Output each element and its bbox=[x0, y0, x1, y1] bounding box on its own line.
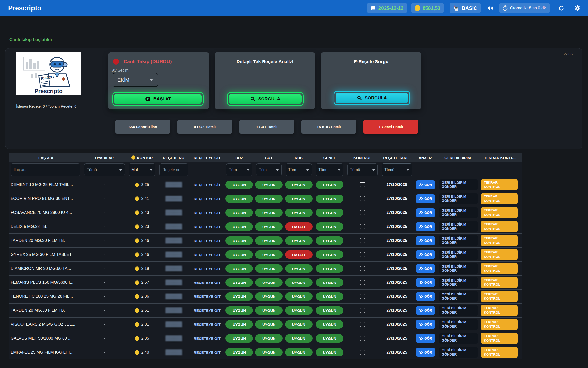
auto-timer-badge[interactable]: Otomatik: 8 sa 0 dk bbox=[499, 3, 550, 13]
row-checkbox[interactable] bbox=[360, 308, 365, 313]
settings-button[interactable] bbox=[574, 5, 581, 11]
view-analysis-button[interactable]: GÖR bbox=[416, 320, 435, 329]
recheck-button[interactable]: TEKRAR KONTROL bbox=[481, 193, 518, 204]
goto-recete-link[interactable]: REÇETEYE GİT bbox=[194, 336, 221, 341]
goto-recete-link[interactable]: REÇETEYE GİT bbox=[194, 197, 221, 201]
view-analysis-button[interactable]: GÖR bbox=[416, 264, 435, 273]
start-button[interactable]: BAŞLAT bbox=[112, 92, 204, 106]
month-select[interactable]: EKİM bbox=[113, 73, 158, 87]
uyarilar-filter[interactable]: Tümü bbox=[84, 163, 125, 176]
goto-recete-link[interactable]: REÇETEYE GİT bbox=[194, 211, 221, 215]
recheck-button[interactable]: TEKRAR KONTROL bbox=[481, 291, 518, 302]
recheck-button[interactable]: TEKRAR KONTROL bbox=[481, 263, 518, 274]
view-analysis-button[interactable]: GÖR bbox=[416, 250, 435, 259]
row-checkbox[interactable] bbox=[360, 196, 365, 201]
feedback-cell: GERİ BİLDİRİM GÖNDER bbox=[437, 333, 478, 344]
recheck-button[interactable]: TEKRAR KONTROL bbox=[481, 319, 518, 330]
goto-recete-link[interactable]: REÇETEYE GİT bbox=[194, 267, 221, 271]
send-feedback-button[interactable]: GERİ BİLDİRİM GÖNDER bbox=[439, 193, 478, 204]
recete-date: 27/10/2025 bbox=[380, 238, 414, 243]
goto-recete-link[interactable]: REÇETEYE GİT bbox=[194, 281, 221, 285]
sut-filter[interactable]: Tüm bbox=[256, 163, 282, 176]
send-feedback-button[interactable]: GERİ BİLDİRİM GÖNDER bbox=[439, 291, 478, 302]
send-feedback-button[interactable]: GERİ BİLDİRİM GÖNDER bbox=[439, 333, 478, 344]
view-analysis-button[interactable]: GÖR bbox=[416, 236, 435, 245]
send-feedback-button[interactable]: GERİ BİLDİRİM GÖNDER bbox=[439, 235, 478, 246]
recheck-button[interactable]: TEKRAR KONTROL bbox=[481, 207, 518, 218]
row-checkbox[interactable] bbox=[360, 252, 365, 257]
send-feedback-button[interactable]: GERİ BİLDİRİM GÖNDER bbox=[439, 305, 478, 316]
view-analysis-button[interactable]: GÖR bbox=[416, 278, 435, 287]
single-query-button[interactable]: SORGULA bbox=[227, 92, 304, 106]
send-feedback-button[interactable]: GERİ BİLDİRİM GÖNDER bbox=[439, 207, 478, 218]
refresh-button[interactable] bbox=[558, 5, 564, 11]
row-checkbox[interactable] bbox=[360, 294, 365, 299]
view-analysis-button[interactable]: GÖR bbox=[416, 306, 435, 315]
recheck-button[interactable]: TEKRAR KONTROL bbox=[481, 235, 518, 246]
eprescription-query-button[interactable]: SORGULA bbox=[334, 91, 410, 105]
send-feedback-button[interactable]: GERİ BİLDİRİM GÖNDER bbox=[439, 277, 478, 288]
view-analysis-button[interactable]: GÖR bbox=[416, 180, 435, 189]
drug-name: GYREX 25 MG 30 FILM TABLET bbox=[9, 252, 82, 257]
recete-no-cell bbox=[157, 347, 190, 357]
view-analysis-button[interactable]: GÖR bbox=[416, 334, 435, 343]
recheck-button[interactable]: TEKRAR KONTROL bbox=[481, 179, 518, 190]
goto-recete-link[interactable]: REÇETEYE GİT bbox=[194, 239, 221, 243]
genel-filter[interactable]: Tüm bbox=[316, 163, 343, 176]
row-checkbox[interactable] bbox=[360, 350, 365, 355]
stat-sut-errors[interactable]: 1 SUT Hatalı bbox=[239, 120, 294, 134]
recheck-button[interactable]: TEKRAR KONTROL bbox=[481, 347, 518, 358]
row-checkbox[interactable] bbox=[360, 322, 365, 327]
row-checkbox[interactable] bbox=[360, 280, 365, 285]
recete-no-cell bbox=[157, 194, 190, 204]
sound-button[interactable] bbox=[487, 5, 493, 11]
view-analysis-button[interactable]: GÖR bbox=[416, 222, 435, 231]
send-feedback-button[interactable]: GERİ BİLDİRİM GÖNDER bbox=[439, 249, 478, 260]
kub-filter[interactable]: Tüm bbox=[286, 163, 312, 176]
date-badge[interactable]: 2025-12-12 bbox=[367, 3, 407, 13]
view-analysis-button[interactable]: GÖR bbox=[416, 208, 435, 217]
goto-recete-link[interactable]: REÇETEYE GİT bbox=[194, 322, 221, 327]
send-feedback-button[interactable]: GERİ BİLDİRİM GÖNDER bbox=[439, 221, 478, 232]
tarih-filter[interactable]: Tümü bbox=[382, 163, 412, 176]
kontor-filter[interactable]: Mali bbox=[129, 163, 155, 176]
row-checkbox[interactable] bbox=[360, 210, 365, 215]
goto-recete-link[interactable]: REÇETEYE GİT bbox=[194, 183, 221, 187]
recheck-button[interactable]: TEKRAR KONTROL bbox=[481, 305, 518, 316]
view-analysis-button[interactable]: GÖR bbox=[416, 348, 435, 357]
doz-status-badge: UYGUN bbox=[225, 222, 253, 231]
stat-general-errors[interactable]: 1 Genel Hatalı bbox=[363, 120, 418, 134]
view-analysis-button[interactable]: GÖR bbox=[416, 292, 435, 301]
goto-recete-link[interactable]: REÇETEYE GİT bbox=[194, 294, 221, 299]
drug-search-input[interactable] bbox=[11, 163, 80, 176]
recheck-button[interactable]: TEKRAR KONTROL bbox=[481, 333, 518, 344]
goto-recete-link[interactable]: REÇETEYE GİT bbox=[194, 350, 221, 355]
feedback-cell: GERİ BİLDİRİM GÖNDER bbox=[437, 277, 478, 288]
goto-recete-link[interactable]: REÇETEYE GİT bbox=[194, 253, 221, 257]
recete-no-input[interactable] bbox=[159, 163, 188, 176]
plan-badge[interactable]: BASIC bbox=[450, 3, 481, 13]
send-feedback-button[interactable]: GERİ BİLDİRİM GÖNDER bbox=[439, 179, 478, 190]
credits-badge[interactable]: 8581,53 bbox=[411, 3, 444, 13]
send-feedback-button[interactable]: GERİ BİLDİRİM GÖNDER bbox=[439, 263, 478, 274]
goto-recete-link[interactable]: REÇETEYE GİT bbox=[194, 308, 221, 313]
recheck-button[interactable]: TEKRAR KONTROL bbox=[481, 249, 518, 260]
row-checkbox[interactable] bbox=[360, 266, 365, 271]
row-checkbox[interactable] bbox=[360, 224, 365, 229]
row-checkbox[interactable] bbox=[360, 182, 365, 187]
row-checkbox[interactable] bbox=[360, 238, 365, 243]
stat-kub-errors[interactable]: 15 KÜB Hatalı bbox=[301, 120, 356, 134]
recheck-button[interactable]: TEKRAR KONTROL bbox=[481, 221, 518, 232]
goto-recete-link[interactable]: REÇETEYE GİT bbox=[194, 225, 221, 229]
stat-doz-errors[interactable]: 0 DOZ Hatalı bbox=[177, 120, 232, 134]
recheck-button[interactable]: TEKRAR KONTROL bbox=[481, 277, 518, 288]
doz-status-badge: UYGUN bbox=[225, 195, 253, 203]
send-feedback-button[interactable]: GERİ BİLDİRİM GÖNDER bbox=[439, 319, 478, 330]
doz-filter[interactable]: Tüm bbox=[226, 163, 252, 176]
kontrol-filter[interactable]: Tümü bbox=[347, 163, 378, 176]
row-checkbox[interactable] bbox=[360, 336, 365, 341]
stat-reported-drugs[interactable]: 654 Raporlu ilaç bbox=[115, 120, 170, 134]
send-feedback-button[interactable]: GERİ BİLDİRİM GÖNDER bbox=[439, 347, 478, 358]
goto-recete-cell: REÇETEYE GİT bbox=[190, 322, 224, 327]
view-analysis-button[interactable]: GÖR bbox=[416, 194, 435, 203]
